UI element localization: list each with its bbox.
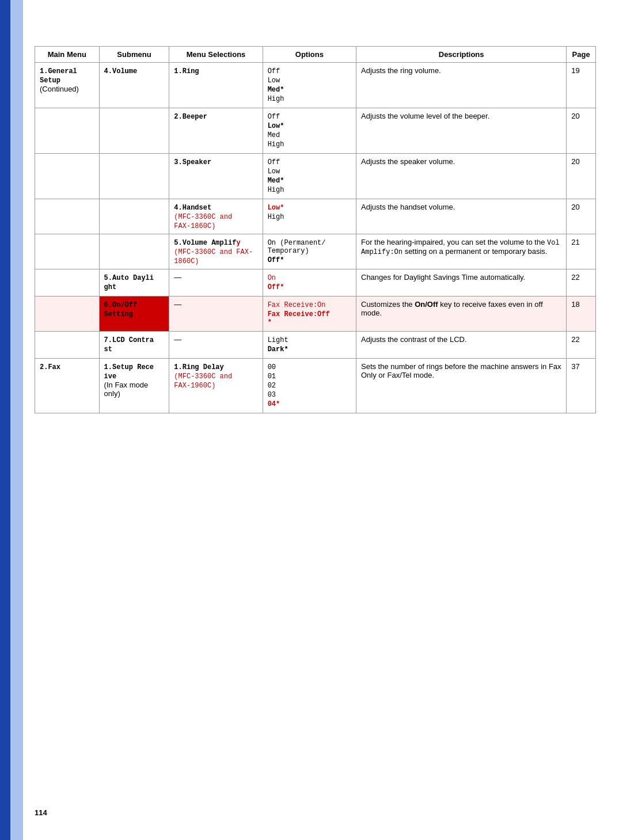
- cell-sub: 5.Auto Daylight: [99, 269, 169, 297]
- cell-sub: 1.Setup Receive (In Fax modeonly): [99, 359, 169, 413]
- cell-menu: —: [169, 297, 263, 332]
- cell-main: [35, 199, 100, 234]
- option-item: Off: [268, 67, 351, 75]
- main-menu-label: 2.Fax: [40, 363, 60, 371]
- cell-main: [35, 108, 100, 154]
- header-page: Page: [567, 47, 596, 63]
- submenu-label: 7.LCD Contrast: [104, 336, 154, 354]
- cell-main: [35, 332, 100, 359]
- menu-label-red: (MFC-3360C andFAX-1860C): [174, 213, 232, 230]
- option-item: High: [268, 140, 351, 149]
- cell-main: 2.Fax: [35, 359, 100, 413]
- option-item: On: [268, 274, 351, 282]
- cell-page: 19: [567, 63, 596, 108]
- cell-options: Off Low Med* High: [263, 63, 356, 108]
- cell-page: 22: [567, 332, 596, 359]
- option-item: Light: [268, 336, 351, 344]
- cell-sub: 7.LCD Contrast: [99, 332, 169, 359]
- cell-main: [35, 154, 100, 199]
- header-submenu: Submenu: [99, 47, 169, 63]
- option-item: Low*: [268, 122, 351, 130]
- table-row: 3.Speaker Off Low Med* High Adjusts the …: [35, 154, 596, 199]
- submenu-note: (In Fax modeonly): [104, 381, 149, 398]
- option-item: High: [268, 213, 351, 221]
- cell-main: [35, 234, 100, 269]
- cell-options: Off Low Med* High: [263, 154, 356, 199]
- cell-options: On (Permanent/Temporary) Off*: [263, 234, 356, 269]
- cell-main: 1.GeneralSetup (Continued): [35, 63, 100, 108]
- cell-desc: Sets the number of rings before the mach…: [356, 359, 567, 413]
- table-row: 2.Fax 1.Setup Receive (In Fax modeonly) …: [35, 359, 596, 413]
- option-item: Off*: [268, 256, 351, 264]
- option-item: Low*: [268, 204, 351, 212]
- option-item: On (Permanent/Temporary): [268, 239, 351, 255]
- header-main-menu: Main Menu: [35, 47, 100, 63]
- cell-sub: 4.Volume: [99, 63, 169, 108]
- menu-label-red: (MFC-3360C andFAX-1960C): [174, 373, 232, 390]
- page-number: 114: [35, 808, 47, 817]
- cell-page: 22: [567, 269, 596, 297]
- description-text: Changes for Daylight Savings Time automa…: [361, 273, 525, 282]
- cell-sub: [99, 199, 169, 234]
- option-item: Off*: [268, 283, 351, 291]
- option-item: Med: [268, 131, 351, 139]
- cell-main: [35, 297, 100, 332]
- option-item: Dark*: [268, 345, 351, 354]
- option-item: High: [268, 186, 351, 194]
- submenu-label: 5.Auto Daylight: [104, 274, 154, 291]
- sidebar-accent-outer: [10, 0, 23, 840]
- table-row: 5.Volume Amplify (MFC-3360C and FAX-1860…: [35, 234, 596, 269]
- description-text: Adjusts the ring volume.: [361, 66, 441, 75]
- cell-desc: Adjusts the speaker volume.: [356, 154, 567, 199]
- description-text: Adjusts the handset volume.: [361, 203, 455, 211]
- cell-sub: [99, 108, 169, 154]
- cell-options: Off Low* Med High: [263, 108, 356, 154]
- cell-menu: —: [169, 332, 263, 359]
- menu-label: 3.Speaker: [174, 158, 211, 166]
- sidebar-accent-inner: [0, 0, 10, 840]
- description-text: Adjusts the speaker volume.: [361, 157, 455, 166]
- cell-options: On Off*: [263, 269, 356, 297]
- main-menu-continued: (Continued): [40, 85, 79, 93]
- cell-main: [35, 269, 100, 297]
- option-item: Off: [268, 113, 351, 121]
- cell-menu: 2.Beeper: [169, 108, 263, 154]
- cell-menu: 1.Ring Delay (MFC-3360C andFAX-1960C): [169, 359, 263, 413]
- menu-label: 1.Ring: [174, 67, 199, 75]
- description-text: For the hearing-impaired, you can set th…: [361, 238, 560, 256]
- cell-menu: 4.Handset (MFC-3360C andFAX-1860C): [169, 199, 263, 234]
- cell-page: 37: [567, 359, 596, 413]
- table-row: 2.Beeper Off Low* Med High Adjusts the v…: [35, 108, 596, 154]
- cell-page: 18: [567, 297, 596, 332]
- cell-desc: For the hearing-impaired, you can set th…: [356, 234, 567, 269]
- table-row: 7.LCD Contrast — Light Dark* Adjusts the…: [35, 332, 596, 359]
- option-item: 00: [268, 363, 351, 371]
- menu-label-red: (MFC-3360C and FAX-1860C): [174, 248, 253, 265]
- cell-menu: 5.Volume Amplify (MFC-3360C and FAX-1860…: [169, 234, 263, 269]
- option-item: Fax Receive:Off*: [268, 310, 351, 326]
- option-item: Off: [268, 158, 351, 166]
- cell-desc: Customizes the On/Off key to receive fax…: [356, 297, 567, 332]
- cell-sub: [99, 154, 169, 199]
- cell-desc: Adjusts the ring volume.: [356, 63, 567, 108]
- option-item: 04*: [268, 400, 351, 408]
- option-item: Low: [268, 77, 351, 85]
- option-item: 02: [268, 382, 351, 390]
- header-menu-selections: Menu Selections: [169, 47, 263, 63]
- cell-sub: [99, 234, 169, 269]
- submenu-label: 1.Setup Receive: [104, 363, 154, 381]
- cell-menu: 1.Ring: [169, 63, 263, 108]
- main-menu-label: 1.GeneralSetup: [40, 67, 77, 85]
- submenu-label: 6.On/OffSetting: [104, 301, 138, 318]
- menu-label: 4.Handset: [174, 204, 211, 212]
- option-item: Fax Receive:On: [268, 301, 351, 309]
- cell-desc: Changes for Daylight Savings Time automa…: [356, 269, 567, 297]
- table-row: 1.GeneralSetup (Continued) 4.Volume 1.Ri…: [35, 63, 596, 108]
- cell-desc: Adjusts the volume level of the beeper.: [356, 108, 567, 154]
- cell-options: Light Dark*: [263, 332, 356, 359]
- table-row: 4.Handset (MFC-3360C andFAX-1860C) Low* …: [35, 199, 596, 234]
- description-text: Sets the number of rings before the mach…: [361, 362, 561, 379]
- table-row: 5.Auto Daylight — On Off* Changes for Da…: [35, 269, 596, 297]
- cell-desc: Adjusts the handset volume.: [356, 199, 567, 234]
- option-item: Med*: [268, 177, 351, 185]
